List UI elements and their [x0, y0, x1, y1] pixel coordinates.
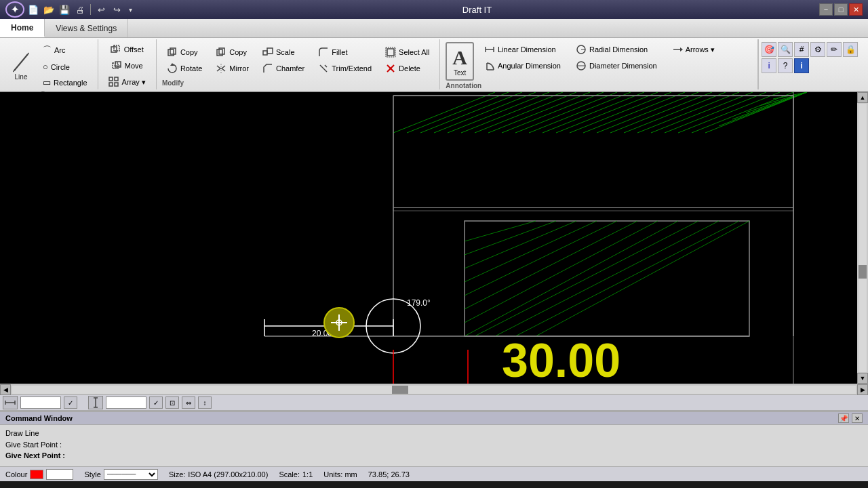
toolbar-dropdown[interactable]: ▾ — [125, 3, 135, 16]
mirror-icon — [216, 63, 226, 74]
move-icon — [111, 60, 122, 71]
toolbar-undo[interactable]: ↩ — [94, 3, 108, 16]
height-extra1[interactable]: ⊡ — [165, 396, 179, 409]
width-input[interactable]: 20.00 — [20, 396, 61, 409]
modify-move-button[interactable]: Move — [106, 58, 148, 73]
tool-grid[interactable]: # — [794, 42, 809, 57]
radial-dimension-button[interactable]: Radial Dimension — [571, 42, 662, 57]
cmd-pin[interactable]: 📌 — [838, 413, 849, 423]
draw-circle-button[interactable]: ○ Circle — [38, 60, 92, 74]
tool-info[interactable]: i — [762, 58, 776, 73]
linear-dimension-button[interactable]: Linear Dimension — [479, 42, 566, 57]
toolbar-redo[interactable]: ↪ — [110, 3, 123, 16]
modify-delete-button[interactable]: Delete — [380, 61, 434, 76]
line-icon — [13, 52, 29, 73]
tab-views-settings[interactable]: Views & Settings — [45, 19, 128, 37]
hscroll-right[interactable]: ▶ — [857, 384, 868, 395]
toolbar-print[interactable]: 🖨 — [73, 3, 87, 16]
scale-item: Scale: 1:1 — [279, 470, 313, 479]
logo-button[interactable]: ✦ — [5, 1, 24, 18]
colour-swatch — [30, 470, 43, 479]
tool-pen[interactable]: ✏ — [827, 42, 842, 57]
height-extra3[interactable]: ↕ — [198, 396, 212, 409]
large-number: 30.00 — [502, 334, 620, 384]
modify-rotate-button[interactable]: Rotate — [162, 61, 207, 76]
vscroll-thumb[interactable] — [859, 265, 867, 279]
close-button[interactable]: ✕ — [849, 3, 863, 16]
tool-zoom[interactable]: 🔍 — [778, 42, 793, 57]
window-controls: − □ ✕ — [819, 3, 863, 16]
colour-value[interactable]: 0.05 — [46, 469, 73, 480]
angular-dim-icon — [484, 60, 495, 71]
modify-array-button[interactable]: Array ▾ — [104, 75, 151, 89]
minimize-button[interactable]: − — [819, 3, 833, 16]
tool-extra[interactable]: i — [794, 58, 809, 73]
size-item: Size: ISO A4 (297.00x210.00) — [169, 470, 269, 479]
diameter-dimension-button[interactable]: Diameter Dimension — [571, 58, 662, 73]
text-label: Text — [454, 69, 466, 77]
width-icon — [5, 397, 16, 408]
command-window-title: Command Window — [5, 414, 73, 422]
modify-chamfer-button[interactable]: Chamfer — [258, 61, 309, 76]
style-item: Style ────── ── ── ── - - - - - — [84, 469, 157, 480]
height-input[interactable]: 315.0 — [106, 396, 146, 409]
tool-snap[interactable]: 🎯 — [762, 42, 776, 57]
toolbar-open[interactable]: 📂 — [42, 3, 56, 16]
vscroll-track — [859, 104, 867, 372]
chamfer-icon — [262, 63, 273, 74]
svg-rect-18 — [263, 51, 267, 55]
toolbar-new[interactable]: 📄 — [26, 3, 40, 16]
style-select[interactable]: ────── ── ── ── - - - - - — [104, 469, 158, 480]
scale-icon — [262, 47, 273, 58]
height-icon — [90, 397, 101, 408]
maximize-button[interactable]: □ — [834, 3, 848, 16]
modify-scale-button[interactable]: Scale — [258, 45, 309, 60]
drawing-canvas[interactable]: 20.00 179.0° 30.00 — [0, 92, 868, 384]
annotation-text-button[interactable]: A Text — [446, 42, 474, 81]
ribbon: Line ⌒ Arc ○ Circle ▭ Rectangle Draw — [0, 38, 868, 92]
modify-select-all-button[interactable]: Select All — [380, 45, 434, 60]
scale-value: 1:1 — [302, 470, 313, 479]
command-window: Command Window 📌 ✕ Draw Line Give Start … — [0, 411, 868, 466]
modify-offset-button[interactable]: Offset — [106, 42, 149, 57]
cmd-close[interactable]: ✕ — [852, 413, 863, 423]
copy-icon — [167, 47, 178, 58]
command-window-header: Command Window 📌 ✕ — [0, 412, 868, 425]
toolbar-save[interactable]: 💾 — [58, 3, 71, 16]
quick-access-toolbar: ✦ 📄 📂 💾 🖨 ↩ ↪ ▾ — [5, 1, 135, 18]
height-extra2[interactable]: ⇔ — [182, 396, 195, 409]
draw-rectangle-button[interactable]: ▭ Rectangle — [38, 75, 92, 89]
modify-mirror-button[interactable]: Mirror — [211, 61, 254, 76]
coord-icon-right[interactable] — [88, 396, 103, 409]
tool-help[interactable]: ? — [778, 58, 793, 73]
modify-fillet-button[interactable]: Fillet — [313, 45, 376, 60]
vscroll-down[interactable]: ▼ — [857, 373, 868, 384]
canvas-area[interactable]: 20.00 179.0° 30.00 — [0, 92, 868, 384]
tool-lock[interactable]: 🔒 — [843, 42, 858, 57]
tool-options[interactable]: ⚙ — [810, 42, 825, 57]
arrows-button[interactable]: Arrows ▾ — [667, 42, 719, 57]
coord-icon-left[interactable] — [3, 396, 18, 409]
hscroll-track — [12, 386, 856, 394]
colour-item: Colour 0.05 — [5, 469, 73, 480]
hscroll-thumb[interactable] — [392, 386, 408, 394]
tab-home[interactable]: Home — [0, 19, 45, 37]
svg-rect-8 — [109, 77, 113, 81]
modify-copy-button[interactable]: Copy — [162, 45, 207, 60]
angular-dimension-button[interactable]: Angular Dimension — [479, 58, 566, 73]
vertical-scrollbar[interactable]: ▲ ▼ — [857, 92, 868, 384]
vscroll-up[interactable]: ▲ — [857, 92, 868, 103]
draw-line-button[interactable]: Line — [7, 48, 35, 84]
arc-icon: ⌒ — [43, 44, 52, 56]
cmd-line-1: Draw Line — [5, 428, 863, 439]
width-confirm[interactable]: ✓ — [64, 396, 77, 409]
hscroll-left[interactable]: ◀ — [0, 384, 11, 395]
horizontal-scrollbar[interactable]: ◀ ▶ — [0, 384, 868, 394]
height-confirm[interactable]: ✓ — [149, 396, 163, 409]
bottom-statusbar: Colour 0.05 Style ────── ── ── ── - - - … — [0, 466, 868, 481]
style-label: Style — [84, 470, 100, 479]
modify-copy2-button[interactable]: Copy — [211, 45, 254, 60]
ribbon-group-offset: Offset Move Array ▾ — [98, 39, 157, 89]
draw-arc-button[interactable]: ⌒ Arc — [38, 42, 92, 58]
modify-trim-button[interactable]: Trim/Extend — [313, 61, 376, 76]
